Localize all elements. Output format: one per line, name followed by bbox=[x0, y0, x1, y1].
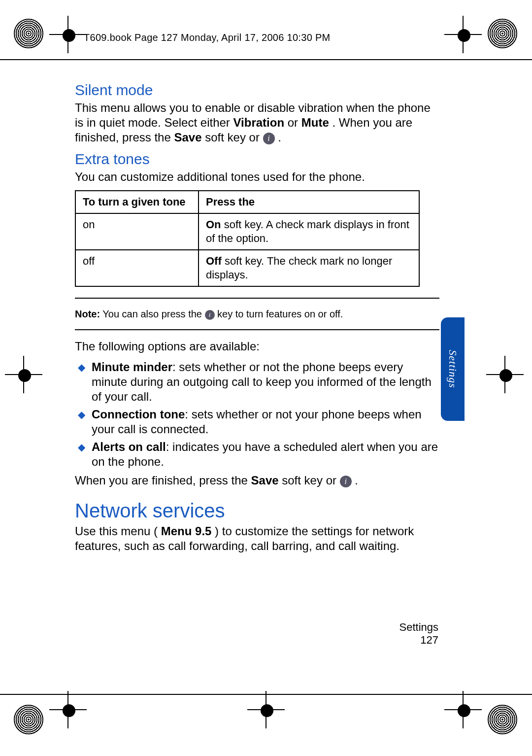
crosshair-icon bbox=[14, 365, 33, 384]
running-header: T609.book Page 127 Monday, April 17, 200… bbox=[84, 32, 331, 43]
heading-network-services: Network services bbox=[75, 500, 439, 522]
divider bbox=[75, 329, 439, 330]
ok-key-icon: i bbox=[205, 310, 215, 320]
ok-key-icon: i bbox=[340, 476, 352, 487]
crosshair-icon bbox=[495, 365, 515, 384]
table-row: off Off soft key. The check mark no long… bbox=[75, 250, 419, 286]
footer-section-name: Settings bbox=[0, 621, 438, 634]
table-header: Press the bbox=[199, 191, 419, 213]
tones-table: To turn a given tone Press the on On sof… bbox=[75, 190, 420, 287]
crosshair-icon bbox=[58, 700, 78, 720]
page-content: Silent mode This menu allows you to enab… bbox=[75, 79, 439, 559]
options-intro: The following options are available: bbox=[75, 339, 439, 354]
table-cell: off bbox=[75, 250, 199, 286]
crosshair-icon bbox=[58, 25, 78, 44]
registration-mark-icon bbox=[14, 19, 43, 48]
registration-mark-icon bbox=[488, 705, 517, 734]
finish-paragraph: When you are finished, press the Save so… bbox=[75, 473, 439, 488]
list-item: Connection tone: sets whether or not you… bbox=[75, 407, 439, 437]
crosshair-icon bbox=[453, 25, 473, 44]
divider bbox=[75, 298, 439, 299]
footer-page-number: 127 bbox=[0, 634, 438, 647]
table-row: To turn a given tone Press the bbox=[75, 191, 419, 213]
note-paragraph: Note: You can also press the i key to tu… bbox=[75, 308, 439, 320]
section-tab: Settings bbox=[441, 317, 465, 421]
options-list: Minute minder: sets whether or not the p… bbox=[75, 360, 439, 469]
table-row: on On soft key. A check mark displays in… bbox=[75, 213, 419, 250]
section-tab-label: Settings bbox=[446, 350, 459, 388]
network-services-paragraph: Use this menu ( Menu 9.5 ) to customize … bbox=[75, 524, 439, 553]
list-item: Minute minder: sets whether or not the p… bbox=[75, 360, 439, 404]
table-cell: On soft key. A check mark displays in fr… bbox=[199, 213, 419, 250]
ok-key-icon: i bbox=[263, 133, 275, 144]
table-header: To turn a given tone bbox=[75, 191, 199, 213]
manual-page: T609.book Page 127 Monday, April 17, 200… bbox=[0, 0, 532, 756]
silent-mode-paragraph: This menu allows you to enable or disabl… bbox=[75, 101, 439, 145]
page-footer: Settings 127 bbox=[0, 621, 532, 647]
heading-silent-mode: Silent mode bbox=[75, 82, 439, 99]
crosshair-icon bbox=[256, 700, 276, 720]
heading-extra-tones: Extra tones bbox=[75, 151, 439, 168]
list-item: Alerts on call: indicates you have a sch… bbox=[75, 440, 439, 469]
registration-mark-icon bbox=[14, 705, 43, 734]
table-cell: on bbox=[75, 213, 199, 250]
crosshair-icon bbox=[453, 700, 473, 720]
extra-tones-intro: You can customize additional tones used … bbox=[75, 170, 439, 184]
table-cell: Off soft key. The check mark no longer d… bbox=[199, 250, 419, 286]
registration-mark-icon bbox=[488, 19, 517, 48]
